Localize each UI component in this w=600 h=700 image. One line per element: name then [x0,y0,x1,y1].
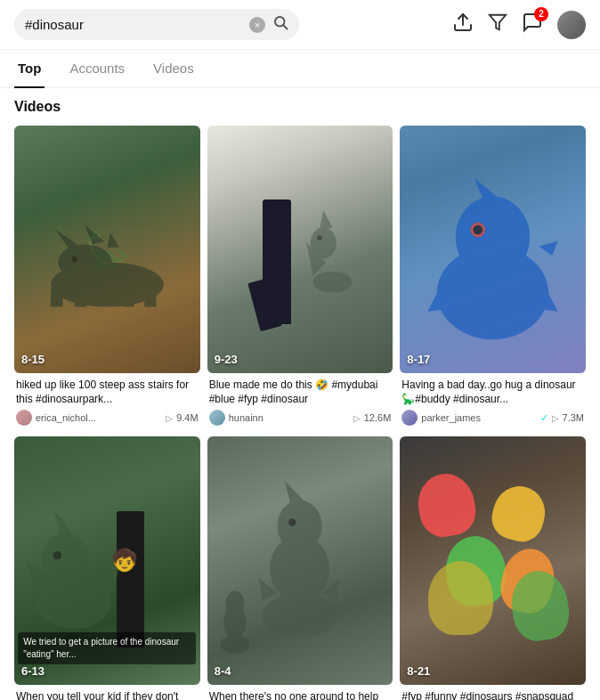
search-input[interactable] [25,17,242,32]
play-icon: ▷ [166,413,173,423]
svg-rect-10 [144,291,156,306]
svg-point-27 [226,591,245,617]
svg-point-24 [288,518,296,525]
author-name: erica_nichol... [36,412,162,423]
author-avatar [401,410,418,426]
video-card[interactable]: 8-4 When there's no one around to help w… [207,436,393,700]
video-card[interactable]: 8-17 Having a bad day..go hug a dinosaur… [400,126,586,429]
video-card[interactable]: 🦕 8-15 [14,126,200,429]
search-bar: × [14,9,299,40]
author-avatar [16,410,32,426]
video-timestamp: 8-4 [215,664,231,678]
svg-rect-9 [122,289,134,306]
section-title: Videos [14,99,586,115]
video-thumbnail: 8-21 [400,436,586,684]
video-timestamp: 8-15 [21,353,45,366]
video-card[interactable]: 8-21 #fyp #funny #dinosaurs #snapsquad #… [400,436,586,700]
inbox-badge: 2 [534,7,548,21]
svg-point-17 [474,225,482,234]
video-description: #fyp #funny #dinosaurs #snapsquad #juras… [401,690,584,700]
play-icon: ▷ [552,413,559,423]
video-author-row: erica_nichol... ▷ 9.4M [16,410,199,426]
svg-point-20 [53,551,62,560]
video-card[interactable]: 9-23 Blue made me do this 🤣 #mydubai #bl… [207,126,393,429]
svg-point-13 [317,235,322,240]
video-meta: Blue made me do this 🤣 #mydubai #blue #f… [207,373,393,429]
search-icon[interactable] [272,14,288,35]
tabs: Top Accounts Videos [0,50,600,88]
content: Videos 🦕 [0,88,600,700]
header-icons: 2 [452,11,586,39]
author-name: hunainn [229,412,350,423]
video-author-row: hunainn ▷ 12.6M [209,410,392,426]
view-count: 12.6M [364,412,392,423]
upload-icon[interactable] [452,12,474,38]
avatar[interactable] [557,11,586,39]
clear-icon[interactable]: × [249,17,265,33]
svg-marker-3 [490,14,506,29]
video-thumbnail: 8-17 [400,126,586,373]
video-author-row: parker_james ✓ ▷ 7.3M [401,410,584,426]
header: × 2 [0,0,600,50]
video-meta: When there's no one around to help with … [207,685,393,700]
svg-point-12 [311,227,336,258]
video-meta: #fyp #funny #dinosaurs #snapsquad #juras… [400,685,586,700]
video-timestamp: 8-21 [407,664,430,678]
svg-line-1 [283,25,287,28]
video-meta: When you tell your kid if they don't beh… [14,685,200,700]
video-meta: Having a bad day..go hug a dinosaur 🦕#bu… [400,373,586,429]
svg-point-11 [313,272,353,292]
video-timestamp: 9-23 [215,353,238,366]
video-thumbnail: 9-23 [207,126,393,373]
inbox-icon[interactable]: 2 [522,12,543,38]
video-description: hiked up like 100 steep ass stairs for t… [16,378,199,406]
video-card[interactable]: 🧒 We tried to get a picture of the dinos… [14,436,200,700]
play-icon: ▷ [353,413,361,423]
video-thumbnail: 🧒 We tried to get a picture of the dinos… [14,436,200,684]
svg-rect-8 [75,291,86,306]
video-meta: hiked up like 100 steep ass stairs for t… [14,373,200,429]
video-timestamp: 6-13 [21,664,45,678]
video-description: When there's no one around to help with … [209,690,392,700]
video-description: Having a bad day..go hug a dinosaur 🦕#bu… [401,378,584,406]
svg-point-19 [42,533,90,588]
video-thumbnail: 8-4 [207,436,393,684]
svg-rect-7 [51,289,62,306]
verified-icon: ✓ [540,412,548,424]
author-name: parker_james [421,412,536,423]
svg-point-23 [278,500,322,551]
video-description: When you tell your kid if they don't beh… [16,690,199,700]
view-count: 7.3M [563,412,584,423]
author-avatar [209,410,225,426]
tab-accounts[interactable]: Accounts [66,50,128,88]
tab-top[interactable]: Top [14,50,45,88]
svg-point-6 [71,256,77,262]
video-description: Blue made me do this 🤣 #mydubai #blue #f… [209,378,392,406]
video-thumbnail: 🦕 8-15 [14,126,200,373]
tab-videos[interactable]: Videos [150,50,198,88]
filter-icon[interactable] [488,12,507,37]
video-grid: 🦕 8-15 [14,126,586,700]
svg-point-5 [58,244,111,280]
video-timestamp: 8-17 [407,353,430,366]
view-count: 9.4M [176,412,198,423]
